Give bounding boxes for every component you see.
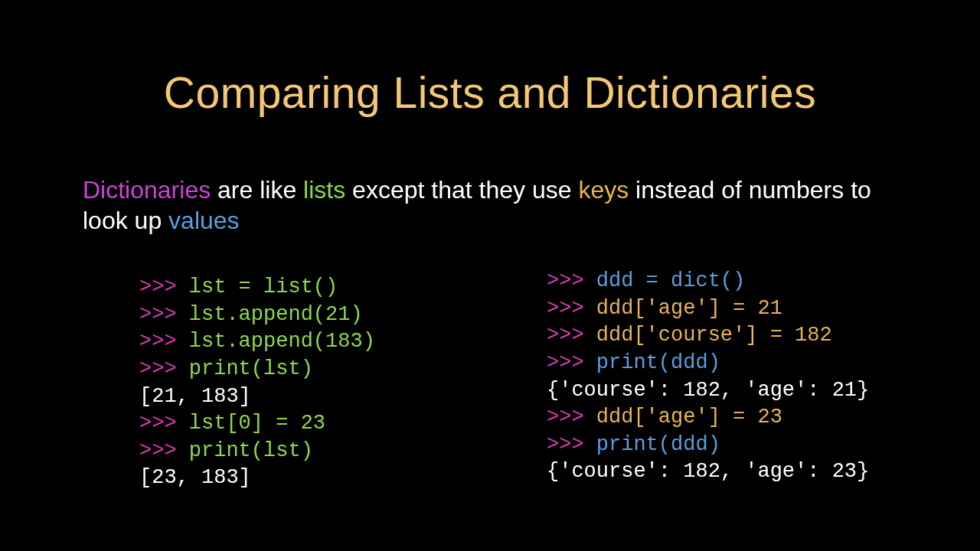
code-output: [21, 183]	[139, 385, 251, 408]
code-line: print(ddd)	[596, 433, 720, 456]
subtitle-text-1: are like	[211, 176, 303, 204]
prompt-icon: >>>	[547, 351, 596, 374]
prompt-icon: >>>	[547, 324, 596, 347]
prompt-icon: >>>	[547, 433, 596, 456]
prompt-icon: >>>	[139, 303, 189, 326]
code-line: lst[0] = 23	[189, 412, 325, 435]
keyword-values: values	[168, 207, 240, 234]
prompt-icon: >>>	[139, 412, 189, 435]
keyword-keys: keys	[578, 176, 629, 204]
code-line: ddd['age'] = 21	[596, 297, 782, 320]
code-output: {'course': 182, 'age': 23}	[547, 460, 869, 483]
keyword-dictionaries: Dictionaries	[83, 176, 211, 204]
slide-container: Comparing Lists and Dictionaries Diction…	[0, 0, 980, 551]
code-line: ddd['age'] = 23	[596, 406, 782, 429]
prompt-icon: >>>	[139, 276, 189, 298]
prompt-icon: >>>	[139, 357, 189, 380]
code-block-list: >>> lst = list() >>> lst.append(21) >>> …	[139, 274, 375, 492]
prompt-icon: >>>	[139, 439, 189, 462]
keyword-lists: lists	[303, 176, 345, 204]
slide-title: Comparing Lists and Dictionaries	[0, 0, 980, 118]
code-line: print(lst)	[189, 357, 313, 380]
prompt-icon: >>>	[139, 330, 189, 353]
code-line: print(ddd)	[596, 351, 720, 374]
code-line: lst.append(183)	[189, 330, 375, 353]
code-line: lst.append(21)	[189, 303, 363, 326]
code-line: print(lst)	[189, 439, 313, 462]
code-line: ddd['course'] = 182	[596, 324, 832, 347]
slide-subtitle: Dictionaries are like lists except that …	[83, 174, 919, 236]
subtitle-text-2: except that they use	[345, 176, 578, 204]
prompt-icon: >>>	[547, 406, 596, 429]
code-output: [23, 183]	[139, 466, 251, 489]
code-block-dict: >>> ddd = dict() >>> ddd['age'] = 21 >>>…	[547, 268, 869, 486]
code-output: {'course': 182, 'age': 21}	[547, 379, 869, 402]
prompt-icon: >>>	[547, 269, 596, 292]
code-line: lst = list()	[189, 276, 338, 298]
prompt-icon: >>>	[547, 297, 596, 320]
code-line: ddd = dict()	[596, 269, 745, 292]
